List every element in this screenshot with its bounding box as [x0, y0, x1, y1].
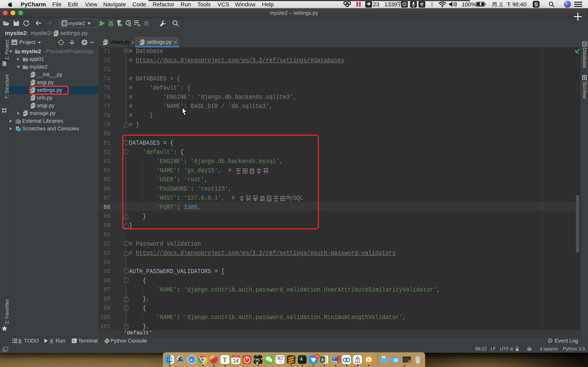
svg-text:PC: PC	[256, 358, 260, 362]
svg-text:11: 11	[234, 356, 236, 358]
svg-text:X: X	[321, 358, 324, 362]
svg-text:T: T	[223, 356, 227, 363]
svg-text:$█: $█	[299, 358, 303, 361]
svg-text:24: 24	[233, 358, 239, 364]
